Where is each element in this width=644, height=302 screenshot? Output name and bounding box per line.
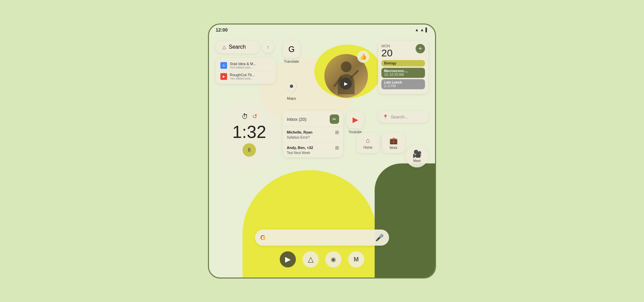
- inbox-header: Inbox (20) ✏: [283, 111, 343, 127]
- calendar-date: MON 20: [381, 44, 392, 58]
- meet-label: Meet: [413, 159, 421, 163]
- shortcut-home[interactable]: ⌂ Home: [357, 133, 379, 153]
- doc-text-1: Sript Idea & M... You edited yest...: [230, 62, 271, 69]
- timer-widget: ⏱ ↺ 1:32 ⏸: [216, 101, 283, 168]
- inbox-edit-button[interactable]: ✏: [330, 114, 339, 124]
- doc-title-2: RoughCut-Tit...: [230, 73, 271, 77]
- edit-icon: ✏: [332, 116, 336, 122]
- search-bar-right[interactable]: 📍 Search...: [378, 111, 428, 123]
- inbox-sender-1: Michelle, Ryan: [287, 130, 312, 134]
- svg-point-0: [341, 61, 352, 72]
- calendar-widget: MON 20 + Biology Macroecono..., 10–10:30…: [378, 41, 428, 94]
- cal-event-time-3: 2–3 PM: [384, 84, 422, 88]
- status-icons: ▲ ▲ ▌: [415, 28, 428, 32]
- stopwatch-icon: ↺: [252, 113, 257, 120]
- search-label: Search: [229, 44, 246, 50]
- play-button[interactable]: ▶: [340, 78, 352, 90]
- doc-icon-1: ≡: [220, 62, 227, 69]
- cal-day-num: 20: [381, 48, 392, 58]
- youtube-icon-box: ▶: [346, 111, 364, 129]
- battery-icon: ▌: [425, 28, 428, 32]
- add-icon: +: [419, 45, 422, 52]
- dock-gmail[interactable]: M: [348, 251, 364, 267]
- dock-chrome-icon: ◉: [331, 256, 336, 263]
- doc-icon-2: ▶: [220, 73, 227, 80]
- status-time: 12:00: [216, 27, 228, 33]
- signal-icon: ▲: [420, 28, 424, 32]
- home-icon: ⌂: [366, 137, 370, 144]
- map-pin: [285, 80, 298, 93]
- youtube-widget[interactable]: ▶ Youtube: [346, 111, 364, 134]
- cal-event-title-2: Macroecono...,: [384, 69, 422, 73]
- inbox-subject-2: Test Next Week: [287, 151, 339, 155]
- thumbs-up-icon: 👍: [360, 53, 367, 60]
- doc-sub-2: You edited yest...: [230, 77, 271, 80]
- inbox-sender-2: Andy, Ben, +32: [287, 146, 313, 150]
- work-icon: 💼: [389, 137, 398, 145]
- thumbs-up-badge: 👍: [357, 51, 369, 63]
- translate-label: Translate: [284, 59, 299, 63]
- doc-sub-1: You edited yest...: [230, 66, 271, 69]
- inbox-item-2-header: Andy, Ben, +32 ⊞: [287, 145, 339, 150]
- timer-time: 1:32: [232, 123, 266, 141]
- translate-icon-box: G: [283, 41, 300, 58]
- inbox-title: Inbox (20): [287, 117, 307, 122]
- inbox-item-2[interactable]: Andy, Ben, +32 ⊞ Test Next Week: [283, 142, 343, 157]
- doc-item-2[interactable]: ▶ RoughCut-Tit... You edited yest...: [219, 71, 273, 82]
- timer-pause-button[interactable]: ⏸: [243, 143, 256, 157]
- work-label: Work: [389, 146, 397, 150]
- search-triangle-icon: △: [222, 44, 226, 50]
- calendar-header: MON 20 +: [381, 44, 425, 58]
- cal-event-lunch[interactable]: Late Lunch 2–3 PM: [381, 79, 425, 89]
- google-logo: G: [260, 234, 266, 242]
- cal-event-biology[interactable]: Biology: [381, 60, 425, 66]
- inbox-widget: Inbox (20) ✏ Michelle, Ryan ⊞ Syllabus E…: [283, 111, 343, 157]
- search-pill[interactable]: △ Search: [216, 41, 259, 53]
- dock-chrome[interactable]: ◉: [325, 251, 341, 267]
- google-search-bar[interactable]: G 🎤: [255, 230, 389, 246]
- docs-widget: ≡ Sript Idea & M... You edited yest... ▶…: [216, 58, 276, 84]
- maps-widget[interactable]: Maps: [283, 78, 300, 100]
- shortcut-work[interactable]: 💼 Work: [382, 133, 405, 153]
- inbox-item-1[interactable]: Michelle, Ryan ⊞ Syllabus Error?: [283, 127, 343, 142]
- doc-text-2: RoughCut-Tit... You edited yest...: [230, 73, 271, 80]
- search-bar-right-text: Search...: [391, 114, 408, 119]
- play-icon: ▶: [344, 81, 348, 86]
- shortcuts-widget: ⌂ Home 💼 Work: [357, 133, 405, 153]
- timer-icons: ⏱ ↺: [241, 113, 257, 120]
- microphone-icon[interactable]: 🎤: [375, 234, 384, 242]
- main-content: △ Search ↑ ≡ Sript Idea & M... You edite…: [209, 34, 435, 278]
- calendar-add-button[interactable]: +: [416, 44, 425, 53]
- dock-photos[interactable]: △: [303, 251, 319, 267]
- share-icon: ↑: [267, 44, 269, 50]
- meet-icon: 🎥: [413, 150, 422, 158]
- meet-button[interactable]: 🎥 Meet: [406, 145, 428, 167]
- doc-item-1[interactable]: ≡ Sript Idea & M... You edited yest...: [219, 60, 273, 71]
- cal-event-title-1: Biology: [384, 61, 422, 65]
- cal-event-time-2: 10–10:30 AM: [384, 73, 422, 77]
- translate-icon: G: [288, 45, 295, 54]
- dock-youtube[interactable]: ▶: [280, 251, 296, 267]
- location-pin-icon: 📍: [383, 114, 388, 119]
- translate-widget[interactable]: G Translate: [283, 41, 300, 63]
- dock-gmail-icon: M: [354, 256, 359, 263]
- wifi-icon: ▲: [415, 28, 419, 32]
- inbox-subject-1: Syllabus Error?: [287, 136, 339, 139]
- dock-youtube-icon: ▶: [285, 255, 291, 264]
- pause-icon: ⏸: [247, 147, 252, 153]
- inbox-add-1[interactable]: ⊞: [335, 130, 339, 135]
- search-widget: △ Search ↑: [216, 41, 274, 53]
- dock-photos-icon: △: [308, 255, 314, 264]
- home-label: Home: [364, 146, 373, 149]
- youtube-icon: ▶: [353, 115, 358, 124]
- doc-title-1: Sript Idea & M...: [230, 62, 271, 66]
- inbox-item-1-header: Michelle, Ryan ⊞: [287, 130, 339, 135]
- cal-event-macro[interactable]: Macroecono..., 10–10:30 AM: [381, 68, 425, 78]
- device-frame: 12:00 ▲ ▲ ▌ △ Search ↑ ≡ Sript Idea & M.…: [208, 23, 436, 279]
- share-button[interactable]: ↑: [262, 41, 274, 53]
- maps-label: Maps: [287, 96, 296, 100]
- svg-line-2: [351, 71, 358, 78]
- dock: ▶ △ ◉ M: [280, 251, 364, 267]
- inbox-add-2[interactable]: ⊞: [335, 145, 339, 150]
- status-bar: 12:00 ▲ ▲ ▌: [209, 24, 435, 34]
